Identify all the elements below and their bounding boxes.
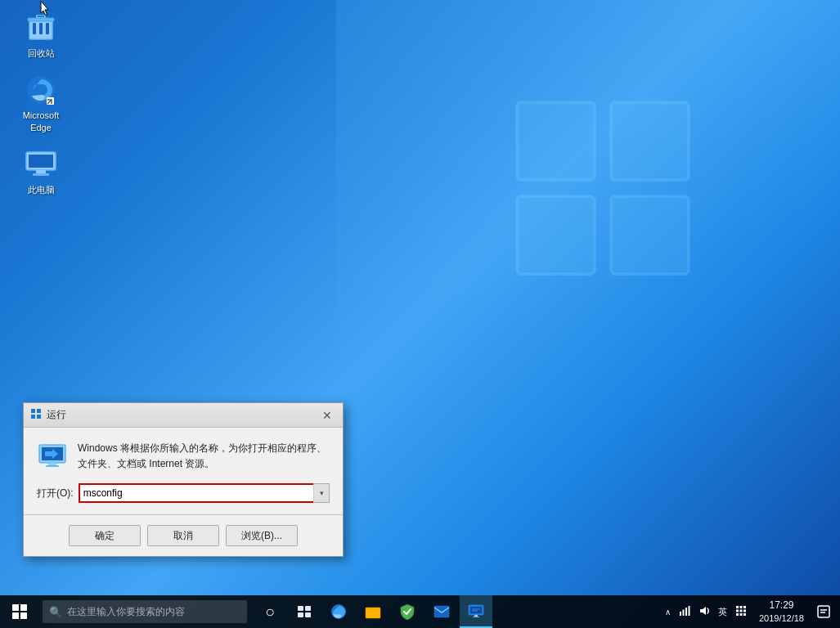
ime-icon[interactable] bbox=[733, 605, 749, 619]
svg-rect-28 bbox=[298, 606, 303, 611]
dialog-info-text: Windows 将根据你所输入的名称，为你打开相应的程序、 文件夹、文档或 In… bbox=[78, 441, 330, 472]
svg-rect-46 bbox=[743, 606, 746, 608]
svg-rect-53 bbox=[818, 606, 829, 617]
svg-rect-49 bbox=[743, 609, 746, 612]
svg-rect-29 bbox=[305, 606, 311, 611]
svg-rect-6 bbox=[39, 23, 43, 34]
svg-rect-24 bbox=[12, 604, 19, 611]
svg-rect-3 bbox=[611, 196, 689, 274]
svg-rect-30 bbox=[298, 612, 303, 617]
dialog-open-row: 打开(O): ▾ bbox=[37, 483, 330, 503]
this-pc-image bbox=[25, 148, 57, 181]
edge-icon[interactable]: Microsoft Edge bbox=[8, 70, 74, 137]
edge-label: Microsoft Edge bbox=[23, 110, 60, 133]
taskbar-search[interactable]: 🔍 在这里输入你要搜索的内容 bbox=[43, 600, 247, 623]
time-display: 17:29 bbox=[769, 599, 793, 612]
recycle-bin-icon[interactable]: 回收站 bbox=[8, 8, 74, 62]
svg-rect-13 bbox=[29, 155, 53, 168]
dialog-open-label: 打开(O): bbox=[37, 487, 74, 500]
security-taskbar-button[interactable] bbox=[391, 595, 424, 628]
svg-rect-25 bbox=[20, 604, 27, 611]
task-view-button[interactable] bbox=[288, 595, 321, 628]
svg-rect-40 bbox=[680, 612, 681, 616]
svg-rect-45 bbox=[739, 606, 742, 608]
network-icon[interactable] bbox=[676, 605, 693, 619]
svg-rect-39 bbox=[473, 617, 479, 617]
dialog-title-icon bbox=[30, 408, 42, 422]
taskbar-search-text: 在这里输入你要搜索的内容 bbox=[67, 605, 185, 619]
dialog-dropdown-button[interactable]: ▾ bbox=[313, 483, 330, 503]
svg-rect-52 bbox=[743, 613, 746, 616]
dialog-close-button[interactable]: ✕ bbox=[318, 407, 336, 424]
svg-rect-51 bbox=[739, 613, 742, 616]
svg-rect-23 bbox=[46, 465, 59, 467]
svg-rect-1 bbox=[611, 102, 689, 180]
win-logo-background bbox=[513, 98, 693, 278]
remote-taskbar-button[interactable] bbox=[460, 595, 492, 628]
volume-icon[interactable] bbox=[696, 605, 712, 619]
svg-rect-16 bbox=[31, 409, 35, 413]
svg-rect-37 bbox=[470, 607, 482, 613]
mail-taskbar-button[interactable] bbox=[425, 595, 458, 628]
this-pc-icon[interactable]: 此电脑 bbox=[8, 145, 74, 199]
svg-rect-42 bbox=[685, 608, 687, 616]
svg-rect-50 bbox=[736, 613, 739, 616]
svg-rect-35 bbox=[434, 606, 449, 617]
date-display: 2019/12/18 bbox=[759, 612, 804, 624]
svg-rect-41 bbox=[682, 609, 684, 616]
search-icon: 🔍 bbox=[49, 606, 62, 618]
dialog-title-text: 运行 bbox=[47, 408, 318, 422]
dialog-titlebar[interactable]: 运行 ✕ bbox=[24, 403, 343, 428]
explorer-taskbar-button[interactable] bbox=[357, 595, 389, 628]
svg-rect-43 bbox=[688, 606, 690, 616]
recycle-bin-image bbox=[25, 11, 57, 44]
svg-rect-19 bbox=[37, 415, 41, 419]
taskbar: 🔍 在这里输入你要搜索的内容 ○ bbox=[0, 595, 840, 628]
svg-rect-14 bbox=[36, 170, 46, 173]
dialog-info: Windows 将根据你所输入的名称，为你打开相应的程序、 文件夹、文档或 In… bbox=[37, 441, 330, 472]
svg-rect-47 bbox=[736, 609, 739, 612]
svg-rect-22 bbox=[48, 463, 56, 465]
start-button[interactable] bbox=[0, 595, 39, 628]
dialog-open-input[interactable] bbox=[79, 483, 330, 503]
dialog-browse-button[interactable]: 浏览(B)... bbox=[226, 525, 298, 546]
desktop: 回收站 Microsoft Edge bbox=[0, 0, 840, 628]
tray-expand-icon[interactable]: ∧ bbox=[663, 608, 673, 617]
system-tray: ∧ 英 bbox=[659, 605, 752, 619]
svg-rect-31 bbox=[305, 612, 311, 617]
dialog-buttons: 确定 取消 浏览(B)... bbox=[37, 525, 330, 546]
dialog-cancel-button[interactable]: 取消 bbox=[147, 525, 219, 546]
svg-rect-0 bbox=[517, 102, 595, 180]
dialog-info-icon bbox=[37, 441, 68, 472]
this-pc-label: 此电脑 bbox=[28, 184, 55, 195]
svg-rect-34 bbox=[366, 608, 372, 609]
svg-rect-44 bbox=[736, 606, 739, 608]
dialog-separator bbox=[24, 514, 343, 515]
dialog-input-wrap: ▾ bbox=[79, 483, 330, 503]
dialog-ok-button[interactable]: 确定 bbox=[69, 525, 141, 546]
svg-rect-17 bbox=[37, 409, 41, 413]
taskbar-items: ○ bbox=[254, 595, 492, 628]
svg-rect-48 bbox=[739, 609, 742, 612]
dialog-body: Windows 将根据你所输入的名称，为你打开相应的程序、 文件夹、文档或 In… bbox=[24, 428, 343, 556]
svg-rect-38 bbox=[474, 615, 478, 617]
cortana-button[interactable]: ○ bbox=[254, 595, 286, 628]
svg-rect-5 bbox=[33, 23, 36, 34]
edge-image bbox=[25, 74, 57, 106]
taskbar-system: ∧ 英 bbox=[659, 595, 840, 628]
svg-rect-8 bbox=[28, 18, 54, 21]
svg-rect-2 bbox=[517, 196, 595, 274]
svg-rect-7 bbox=[46, 23, 49, 34]
svg-rect-18 bbox=[31, 415, 35, 419]
svg-rect-27 bbox=[20, 612, 27, 619]
run-dialog: 运行 ✕ Windows 将根据你所输入的名称，为你打开相应的程序、 文件 bbox=[23, 402, 344, 557]
lang-icon[interactable]: 英 bbox=[716, 606, 730, 618]
desktop-icons: 回收站 Microsoft Edge bbox=[8, 8, 74, 199]
edge-taskbar-button[interactable] bbox=[322, 595, 355, 628]
taskbar-time[interactable]: 17:29 2019/12/18 bbox=[752, 599, 811, 624]
svg-rect-15 bbox=[33, 173, 49, 176]
notification-center-button[interactable] bbox=[811, 595, 837, 628]
recycle-bin-label: 回收站 bbox=[28, 47, 55, 59]
svg-rect-26 bbox=[12, 612, 19, 619]
